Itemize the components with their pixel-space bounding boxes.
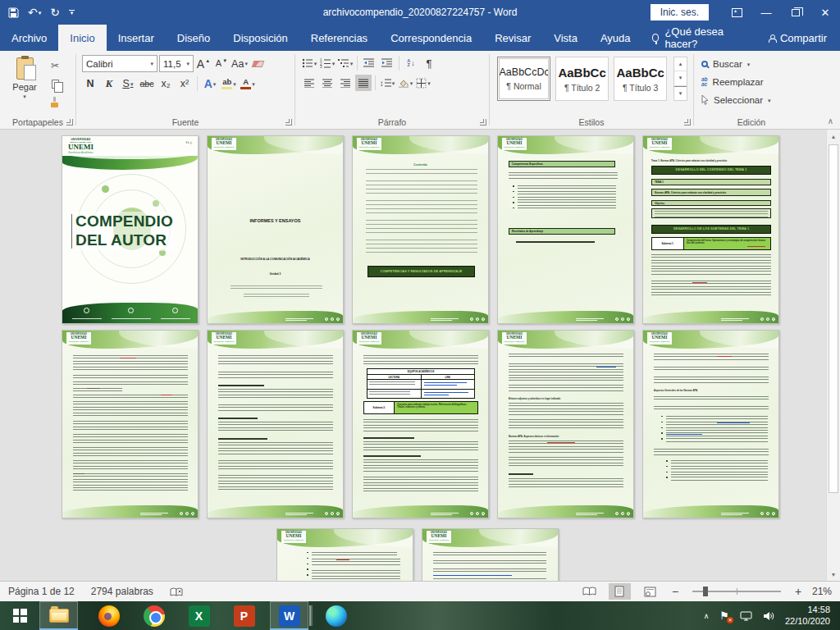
taskbar-powerpoint[interactable]: P [225,601,263,630]
proofing-icon[interactable] [170,587,183,597]
taskbar-firefox[interactable] [89,601,128,630]
taskbar-word[interactable]: W [270,601,308,630]
font-dialog-launcher[interactable] [285,119,292,126]
page-thumbnail-12[interactable]: UNIVERSIDADUNEMIExcelencia Académica [422,528,559,581]
taskbar-file-explorer[interactable] [39,601,78,630]
taskbar-clock[interactable]: 14:58 22/10/2020 [785,605,830,628]
text-effects-button[interactable]: A▾ [202,75,218,92]
read-mode-button[interactable] [578,583,600,600]
tab-diseno[interactable]: Diseño [166,25,221,51]
word-count[interactable]: 2794 palabras [91,586,153,597]
decrease-indent-button[interactable] [361,55,377,71]
grow-font-button[interactable]: A▲ [195,56,212,72]
vertical-scrollbar[interactable]: ▲ ▼ [826,130,840,581]
taskbar-chrome[interactable] [135,601,173,630]
sort-button[interactable]: AZ ↓ [403,55,419,71]
multilevel-list-button[interactable]: ▾ [337,55,354,71]
zoom-slider[interactable] [692,591,781,592]
italic-button[interactable]: K [101,75,117,92]
replace-button[interactable]: abac Reemplazar [701,75,801,89]
underline-button[interactable]: S▾ [120,75,136,92]
shrink-font-button[interactable]: A▼ [213,56,230,72]
tab-correspondencia[interactable]: Correspondencia [379,25,483,51]
paragraph-dialog-launcher[interactable] [480,119,486,126]
styles-scroll-up[interactable]: ▴ [674,57,687,71]
justify-button[interactable] [355,75,372,91]
sign-in-button[interactable]: Inic. ses. [651,4,709,21]
font-size-combo[interactable]: 11,5▾ [159,55,194,72]
borders-button[interactable]: ▾ [415,75,431,91]
style-normal[interactable]: AaBbCcDc ¶ Normal [497,57,550,101]
page-thumbnail-1[interactable]: UNIVERSIDAD ESTATAL DE MILAGRO UNEMI Exc… [62,135,199,324]
page-thumbnail-11[interactable]: UNIVERSIDADUNEMIExcelencia Académica [276,528,413,581]
start-button[interactable] [0,601,39,630]
scroll-down-arrow[interactable]: ▼ [827,568,840,581]
zoom-level[interactable]: 21% [812,586,832,597]
numbering-button[interactable]: 123▾ [319,55,336,71]
redo-button[interactable]: ↻ [50,7,60,18]
tell-me-box[interactable]: ¿Qué desea hacer? [642,25,756,51]
tab-referencias[interactable]: Referencias [299,25,379,51]
zoom-in-button[interactable]: + [792,585,804,598]
shading-button[interactable]: ▾ [397,75,413,91]
print-layout-button[interactable] [609,583,631,600]
share-button[interactable]: Compartir [756,25,840,51]
page-thumbnail-6[interactable]: UNIVERSIDADUNEMIExcelencia Académica ft◎ [62,330,199,518]
highlight-color-button[interactable]: ab▾ [221,75,237,92]
page-thumbnail-9[interactable]: UNIVERSIDADUNEMIExcelencia Académica Enl… [497,330,634,518]
tab-revisar[interactable]: Revisar [483,25,542,51]
close-button[interactable]: ✕ [810,0,840,25]
bullets-button[interactable]: ▾ [301,55,317,71]
action-center-flag-icon[interactable]: ⚑✕ [719,609,729,622]
taskbar-excel[interactable]: X [180,601,218,630]
format-painter-button[interactable] [45,94,65,110]
restore-button[interactable] [781,0,810,25]
align-center-button[interactable] [319,75,336,91]
minimize-button[interactable]: — [751,0,781,25]
clear-formatting-button[interactable] [249,56,266,72]
align-right-button[interactable] [337,75,354,91]
tab-inicio[interactable]: Inicio [58,25,106,51]
page-thumbnail-5[interactable]: UNIVERSIDADUNEMIExcelencia Académica Tem… [642,135,779,324]
undo-dropdown-icon[interactable]: ▾ [39,10,42,16]
page-thumbnail-3[interactable]: UNIVERSIDADUNEMIExcelencia Académica Con… [352,135,489,324]
tab-archivo[interactable]: Archivo [0,25,58,51]
undo-button[interactable]: ↶▾ [28,7,41,18]
tab-ayuda[interactable]: Ayuda [589,25,642,51]
superscript-button[interactable]: x² [176,75,193,92]
taskbar-edge[interactable] [317,601,355,630]
hidden-icons-chevron[interactable]: ∧ [704,612,710,620]
page-thumbnail-7[interactable]: UNIVERSIDADUNEMIExcelencia Académica ft◎ [207,330,344,518]
page-thumbnail-2[interactable]: UNIVERSIDADUNEMIExcelencia Académica INF… [207,135,344,324]
save-icon[interactable] [8,7,19,18]
style-titulo-3[interactable]: AaBbCc ¶ Título 3 [614,57,667,101]
font-family-combo[interactable]: Calibri▾ [82,55,158,72]
styles-more-button[interactable]: ▾ [674,86,687,100]
styles-scroll-down[interactable]: ▾ [674,71,687,85]
line-spacing-button[interactable]: ↕ ▾ [379,75,395,91]
styles-dialog-launcher[interactable] [684,119,691,126]
strikethrough-button[interactable]: abc [139,75,155,92]
bold-button[interactable]: N [82,75,98,92]
find-button[interactable]: Buscar▾ [701,57,801,71]
show-marks-button[interactable]: ¶ [421,55,437,71]
increase-indent-button[interactable] [379,55,395,71]
tab-disposicion[interactable]: Disposición [221,25,299,51]
tab-vista[interactable]: Vista [542,25,589,51]
page-thumbnail-8[interactable]: UNIVERSIDADUNEMIExcelencia Académica EQU… [352,330,489,518]
page-indicator[interactable]: Página 1 de 12 [8,586,75,597]
paste-button[interactable]: Pegar▾ [7,55,42,110]
copy-button[interactable] [45,75,65,92]
change-case-button[interactable]: Aa▾ [231,56,248,72]
style-titulo-2[interactable]: AaBbCc ¶ Título 2 [555,57,609,101]
web-layout-button[interactable] [639,583,661,600]
page-thumbnail-4[interactable]: UNIVERSIDADUNEMIExcelencia Académica Com… [497,135,634,324]
volume-icon[interactable] [763,611,774,621]
zoom-slider-thumb[interactable] [703,587,708,596]
scroll-up-arrow[interactable]: ▲ [827,130,840,143]
subscript-button[interactable]: x₂ [158,75,174,92]
ribbon-display-options-button[interactable] [722,0,751,25]
clipboard-dialog-launcher[interactable] [66,119,73,126]
cut-button[interactable]: ✂ [45,57,65,74]
zoom-out-button[interactable]: − [669,585,681,598]
